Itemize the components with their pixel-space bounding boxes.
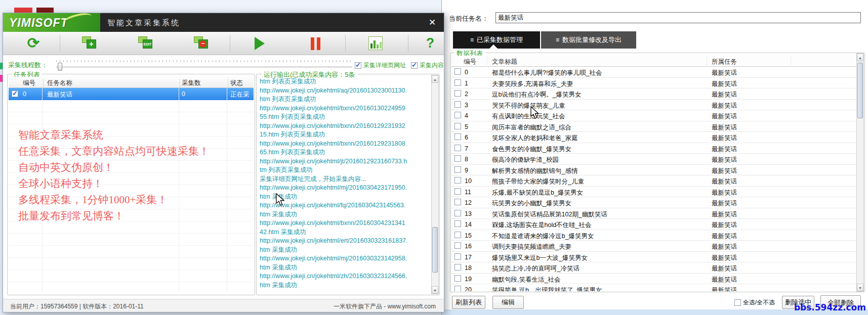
- scroll-up-icon[interactable]: ▲: [432, 75, 438, 83]
- article-title: 玩笑男女的小幽默_爆笑男女: [492, 199, 571, 208]
- article-row[interactable]: 12玩笑男女的小幽默_爆笑男女最新笑话: [451, 197, 856, 208]
- statistics-icon[interactable]: [368, 36, 383, 50]
- article-row[interactable]: 20笑很简单,逗b、出现我就笑了_爆笑男女最新笑话: [451, 284, 856, 291]
- add-task-icon[interactable]: +: [81, 35, 100, 52]
- article-row[interactable]: 17爆笑场里又来逗b一大波_爆笑男女最新笑话: [451, 252, 856, 263]
- edit-task-icon[interactable]: EDIT: [138, 35, 156, 52]
- article-row[interactable]: 13笑话集原创笑话精品展第102期_幽默笑话最新笑话: [451, 208, 856, 219]
- header-name[interactable]: 任务名称: [47, 79, 72, 87]
- header-status[interactable]: 状态: [230, 79, 243, 87]
- article-row[interactable]: 14槑爆,这场面实在是hold不住哇_社会最新笑话: [451, 219, 856, 230]
- log-line: 65.htm 列表页采集成功: [260, 148, 431, 157]
- scrollbar-thumb[interactable]: [857, 63, 863, 118]
- table-scrollbar[interactable]: ▲ ▼: [856, 53, 864, 292]
- row-checkbox[interactable]: [454, 133, 461, 140]
- article-row[interactable]: 11乐爆,最不缺笑的是逗b_爆笑男女最新笑话: [451, 187, 856, 198]
- article-row[interactable]: 7食色男女的冷幽默_爆笑男女最新笑话: [451, 143, 856, 154]
- pause-bar: [311, 37, 314, 50]
- edit-button[interactable]: 编辑: [492, 296, 524, 309]
- current-task-input[interactable]: [495, 12, 861, 23]
- checkbox-collect-content[interactable]: [411, 62, 418, 69]
- help-icon[interactable]: ?: [421, 35, 439, 52]
- article-task: 最新笑话: [712, 156, 737, 164]
- toolbar-separator: [345, 35, 346, 52]
- row-checkbox[interactable]: [454, 166, 461, 173]
- start-icon[interactable]: [255, 37, 265, 50]
- row-checkbox[interactable]: [454, 123, 461, 129]
- article-id: 15: [465, 232, 472, 239]
- header-id[interactable]: 编号: [464, 58, 476, 66]
- scrollbar-thumb[interactable]: [432, 227, 438, 273]
- slider-thumb[interactable]: [58, 63, 62, 71]
- remove-task-icon[interactable]: −: [193, 35, 212, 52]
- article-row[interactable]: 19幽默句段,笑看生活_社会最新笑话: [451, 274, 856, 285]
- article-task: 最新笑话: [712, 167, 737, 175]
- task-checkbox[interactable]: [12, 91, 18, 97]
- slider-track[interactable]: [56, 67, 352, 67]
- refresh-list-button[interactable]: 刷新列表: [452, 296, 485, 309]
- scroll-up-icon[interactable]: ▲: [857, 54, 863, 61]
- row-checkbox[interactable]: [454, 264, 461, 271]
- article-row[interactable]: 15不知道是谁请来的爆冷逗b_爆笑男女最新笑话: [451, 230, 856, 241]
- title-bar[interactable]: YIMISOFT 智能文章采集系统 ✕: [3, 13, 444, 32]
- log-line: http://www.jokeji.cn/jokehtml/bxnn/20160…: [260, 104, 431, 113]
- option-collect-content[interactable]: 采集内容: [411, 61, 444, 70]
- row-checkbox[interactable]: [454, 68, 461, 75]
- tab-label: 已采集数据管理: [477, 36, 523, 43]
- close-icon[interactable]: ✕: [425, 16, 439, 29]
- row-checkbox[interactable]: [454, 177, 461, 184]
- log-line: htm 采集成功: [260, 210, 431, 219]
- row-checkbox[interactable]: [454, 188, 461, 195]
- scroll-down-icon[interactable]: ▼: [857, 284, 863, 291]
- row-checkbox[interactable]: [454, 232, 461, 238]
- row-checkbox[interactable]: [454, 101, 461, 108]
- article-row[interactable]: 6笑坏全家人的老妈和老爸_家庭最新笑话: [451, 132, 856, 143]
- article-row[interactable]: 5阅历丰富者的幽默之语_综合最新笑话: [451, 121, 856, 132]
- row-checkbox[interactable]: [454, 242, 461, 249]
- pause-icon[interactable]: [307, 35, 325, 52]
- tab-collected-data[interactable]: ≡已采集数据管理: [453, 31, 540, 49]
- log-scrollbar[interactable]: ▲ ▼: [431, 75, 439, 294]
- row-checkbox[interactable]: [454, 90, 461, 97]
- article-title: 有点讽刺的生活玩笑_社会: [492, 112, 565, 121]
- article-row[interactable]: 2逗b说他们有点冷啊。_爆笑男女最新笑话: [451, 88, 856, 100]
- row-checkbox[interactable]: [454, 155, 461, 162]
- article-row[interactable]: 8很高冷的傻缺学渣_校园最新笑话: [451, 154, 856, 165]
- tab-batch-edit-export[interactable]: ≡数据批量修改及导出: [541, 31, 636, 49]
- row-checkbox[interactable]: [454, 220, 461, 227]
- row-checkbox[interactable]: [454, 253, 461, 260]
- article-row[interactable]: 1夫妻笑段多,充满喜和乐_夫妻最新笑话: [451, 78, 856, 89]
- select-all-option[interactable]: 全选/全不选: [734, 298, 775, 307]
- current-user-version: 当前用户：15957364559 | 软件版本：2016-01-11: [10, 302, 144, 311]
- article-id: 19: [465, 276, 472, 283]
- header-title[interactable]: 文章标题: [492, 58, 517, 66]
- header-id[interactable]: 编号: [23, 79, 35, 87]
- log-line: tm 列表页采集成功: [260, 166, 431, 175]
- log-line: htm 列表页采集成功: [260, 95, 431, 104]
- row-checkbox[interactable]: [454, 210, 461, 216]
- row-checkbox[interactable]: [454, 112, 461, 118]
- row-checkbox[interactable]: [454, 199, 461, 205]
- article-row[interactable]: 16调到夫妻搞笑频道瞧瞧_夫妻最新笑话: [451, 241, 856, 252]
- task-row[interactable]: 0 最新笑话 0 正在采集内容...: [9, 88, 254, 100]
- article-id: 11: [465, 189, 471, 196]
- header-count[interactable]: 采集数: [182, 79, 201, 87]
- article-row[interactable]: 3哭笑不得的爆笑萌友_儿童最新笑话: [451, 100, 856, 111]
- article-row[interactable]: 18搞笑恋上冷,冷的直呵呵_冷笑话最新笑话: [451, 262, 856, 274]
- row-checkbox[interactable]: [454, 145, 461, 151]
- row-checkbox[interactable]: [454, 275, 461, 282]
- select-all-checkbox[interactable]: [734, 299, 741, 306]
- refresh-icon[interactable]: ⟳: [24, 35, 43, 52]
- checkbox-collect-detail-urls[interactable]: [355, 62, 361, 69]
- promo-line: 自动中英文伪原创！: [18, 159, 251, 175]
- article-row[interactable]: 10熊孩子带给大家的爆笑时分_儿童最新笑话: [451, 175, 856, 187]
- article-row[interactable]: 0都是些什么事儿啊?!爆笑的事儿呗_社会最新笑话: [451, 67, 856, 78]
- article-id: 1: [465, 80, 468, 87]
- option-collect-detail-urls[interactable]: 采集详细页网址: [355, 61, 406, 70]
- article-row[interactable]: 4有点讽刺的生活玩笑_社会最新笑话: [451, 110, 856, 121]
- scroll-down-icon[interactable]: ▼: [432, 286, 438, 294]
- header-task[interactable]: 所属任务: [712, 58, 737, 66]
- row-checkbox[interactable]: [454, 79, 461, 86]
- article-row[interactable]: 9解析男女感情的幽默锦句_感情最新笑话: [451, 165, 856, 176]
- row-checkbox[interactable]: [454, 286, 461, 291]
